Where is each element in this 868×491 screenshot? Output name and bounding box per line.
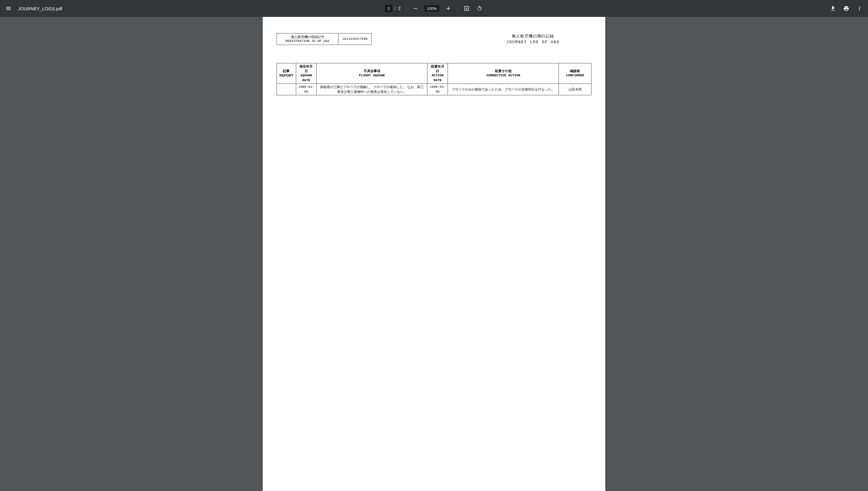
toolbar-right	[830, 5, 863, 12]
zoom-level[interactable]: 100%	[424, 5, 439, 12]
toolbar-center: / 2 100%	[385, 5, 483, 12]
page-input[interactable]	[385, 5, 393, 12]
menu-icon[interactable]	[5, 5, 12, 12]
page-separator: /	[395, 6, 396, 11]
rotate-icon[interactable]	[475, 5, 483, 12]
page-total: 2	[398, 6, 401, 11]
page-indicator: / 2	[385, 5, 401, 12]
zoom-out-icon[interactable]	[412, 5, 419, 12]
filename: JOURNEY_LOGS.pdf	[18, 6, 62, 11]
toolbar-left: JOURNEY_LOGS.pdf	[5, 5, 62, 12]
more-icon[interactable]	[856, 5, 863, 12]
pdf-toolbar: JOURNEY_LOGS.pdf / 2 100%	[0, 0, 868, 17]
fit-page-icon[interactable]	[463, 5, 470, 12]
print-icon[interactable]	[843, 5, 850, 12]
divider	[457, 5, 458, 11]
divider	[406, 5, 406, 11]
download-icon[interactable]	[830, 5, 837, 12]
zoom-in-icon[interactable]	[444, 5, 452, 12]
